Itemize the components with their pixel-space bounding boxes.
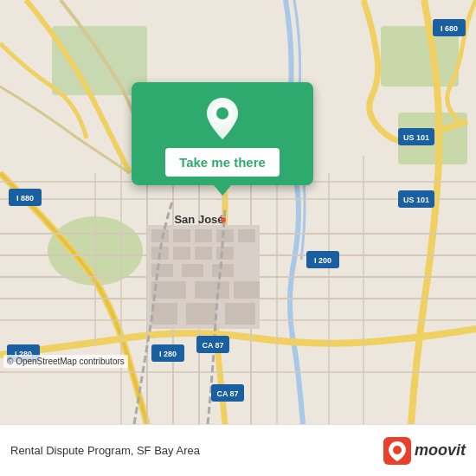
svg-rect-41: [225, 303, 255, 325]
svg-text:US 101: US 101: [403, 133, 429, 142]
svg-point-66: [393, 446, 402, 454]
footer-bar: Rental Dispute Program, SF Bay Area moov…: [0, 424, 476, 476]
map-area[interactable]: San José I 680 US 101 US 101 I 880 I 280…: [0, 0, 476, 424]
svg-rect-37: [195, 281, 229, 299]
svg-text:CA 87: CA 87: [202, 341, 223, 350]
take-me-there-button[interactable]: Take me there: [165, 148, 280, 177]
svg-rect-33: [151, 264, 173, 277]
location-tooltip: Take me there: [132, 82, 313, 185]
moovit-logo: moovit: [383, 437, 466, 465]
svg-rect-38: [234, 281, 260, 299]
svg-text:I 280: I 280: [159, 350, 177, 358]
svg-text:I 680: I 680: [441, 24, 458, 33]
svg-text:US 101: US 101: [403, 196, 429, 204]
svg-point-43: [221, 217, 226, 222]
svg-rect-32: [216, 247, 234, 260]
moovit-logo-icon: [383, 437, 411, 465]
svg-text:I 200: I 200: [314, 256, 331, 265]
svg-rect-36: [151, 281, 186, 299]
svg-text:I 880: I 880: [16, 194, 34, 203]
location-pin-icon: [203, 96, 241, 141]
osm-attribution: © OpenStreetMap contributors: [3, 355, 128, 368]
svg-text:San José: San José: [174, 213, 223, 226]
svg-text:CA 87: CA 87: [216, 389, 238, 398]
svg-rect-31: [195, 247, 212, 260]
svg-point-64: [216, 107, 228, 119]
svg-rect-35: [212, 264, 234, 277]
svg-rect-26: [195, 229, 212, 242]
svg-rect-24: [151, 229, 169, 242]
svg-rect-34: [182, 264, 203, 277]
svg-rect-30: [173, 247, 190, 260]
svg-rect-39: [151, 303, 177, 325]
svg-rect-27: [216, 229, 234, 242]
destination-label: Rental Dispute Program, SF Bay Area: [10, 444, 200, 457]
moovit-label: moovit: [415, 441, 466, 460]
svg-rect-25: [173, 229, 190, 242]
svg-rect-40: [186, 303, 216, 325]
svg-rect-28: [238, 229, 255, 242]
